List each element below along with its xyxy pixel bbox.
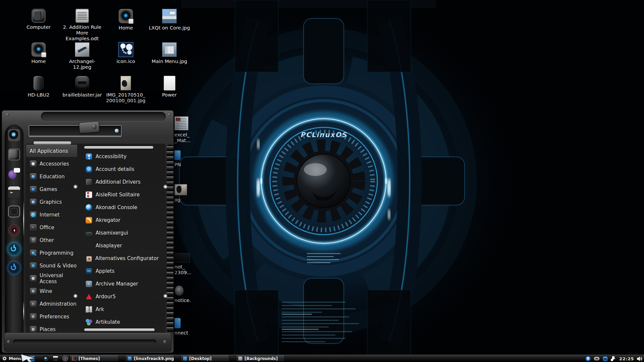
network-icon[interactable]	[611, 356, 616, 361]
menu-shortcut-icon[interactable]	[8, 224, 20, 236]
desktop-icon-label: Computer	[26, 24, 51, 30]
desktop-icon-label: Main Menu.jpg	[152, 59, 187, 64]
desktop-icon-image	[174, 150, 181, 160]
bluetooth-icon[interactable]	[586, 356, 591, 361]
desktop-icon-label: og	[174, 197, 197, 203]
menu-shortcut-icon[interactable]	[8, 148, 20, 161]
task-label: [Backgrounds]	[245, 356, 278, 361]
taskbar: Menu [Themes] [linuxfreack9.png] [Deskto…	[0, 355, 644, 362]
menu-category[interactable]: Wine	[26, 285, 77, 298]
menu-category[interactable]: Graphics	[26, 196, 77, 208]
desktop-icon-label: Archangel-12.jpeg	[60, 59, 104, 70]
category-label: Places	[40, 326, 56, 333]
menu-category[interactable]: Accessories	[26, 158, 77, 170]
desktop-icon-label: notice.	[174, 298, 197, 303]
app-icon	[86, 256, 92, 262]
menu-category[interactable]: Other	[26, 234, 77, 247]
volume-icon[interactable]	[637, 356, 643, 361]
menu-shortcut-icon[interactable]	[8, 167, 20, 179]
category-icon	[30, 275, 37, 282]
desktop-icon-partial[interactable]: not_ 2309...	[174, 253, 197, 276]
app-label: Applets	[96, 268, 114, 274]
menu-app-item[interactable]: Account details	[84, 163, 165, 176]
launcher-terminal-icon[interactable]	[53, 356, 58, 361]
desktop-icon[interactable]: IMG_20170510_ 200100_001.jpg	[104, 76, 148, 109]
app-label: Additional Drivers	[96, 179, 141, 185]
menu-shortcut-icon[interactable]	[8, 205, 20, 218]
menu-shortcut-icon[interactable]	[8, 129, 20, 142]
task-button[interactable]: [linuxfreack9.png]	[125, 355, 174, 362]
horizontal-scrollbar[interactable]	[84, 328, 155, 331]
desktop-icon[interactable]: LXQt on Core.jpg	[148, 9, 191, 42]
app-icon	[86, 204, 92, 211]
desktop-icon[interactable]: HD-LBU2	[17, 76, 60, 109]
menu-app-item[interactable]: Artikulate	[84, 316, 165, 328]
desktop-icon-label: Home	[32, 59, 46, 64]
desktop-icon-partial[interactable]: og	[174, 184, 197, 203]
desktop-icon-partial[interactable]: notice.	[174, 285, 197, 303]
desktop-icon-partial[interactable]: PN	[174, 150, 197, 168]
menu-app-item[interactable]: Accessibility	[84, 150, 165, 163]
task-button-list: [Themes] [linuxfreack9.png] [Desktop] [B…	[70, 355, 285, 362]
menu-app-item[interactable]: Alsaplayer	[84, 239, 165, 252]
desktop-icon[interactable]: 2. Addition Rule More Examples.odt	[60, 9, 104, 42]
category-label: Office	[40, 225, 54, 231]
desktop-icon-label: PN	[174, 162, 197, 168]
menu-shortcut-icon[interactable]	[8, 262, 20, 274]
task-label: [linuxfreack9.png]	[134, 356, 174, 361]
menu-app-item[interactable]: Alternatives Configurator	[84, 252, 165, 265]
menu-app-item[interactable]: Akregator	[84, 214, 165, 227]
desktop-icon[interactable]: Archangel-12.jpeg	[60, 42, 104, 76]
clock[interactable]: 22:25	[619, 356, 634, 361]
menu-category[interactable]: Administration	[26, 298, 77, 310]
desktop-icon[interactable]: Home	[104, 9, 148, 42]
app-label: Artikulate	[96, 319, 120, 325]
application-menu: All Applications Accessories Education G…	[1, 110, 174, 353]
menu-category[interactable]: Office	[26, 221, 77, 234]
menu-category[interactable]: Internet	[26, 208, 77, 221]
menu-app-item[interactable]: Ardour5	[84, 290, 165, 303]
task-button[interactable]: [Desktop]	[180, 355, 229, 362]
desktop-icon-partial[interactable]: nnect	[174, 318, 197, 336]
menu-app-item[interactable]: Applets	[84, 265, 165, 278]
gear-icon	[2, 356, 7, 361]
desktop-icon-label: icon.ico	[116, 59, 135, 64]
app-label: Archive Manager	[96, 281, 138, 287]
menu-category[interactable]: Education	[26, 170, 77, 183]
task-icon	[183, 356, 187, 361]
menu-category[interactable]: Sound & Video	[26, 259, 77, 272]
desktop-icon[interactable]: Home	[17, 42, 60, 76]
menu-app-item[interactable]: AisleRiot Solitaire	[84, 188, 165, 201]
tray-app-icon[interactable]	[603, 356, 608, 361]
desktop-icon[interactable]: Power	[148, 76, 191, 109]
menu-category[interactable]: All Applications	[26, 145, 77, 158]
desktop-icon-partial[interactable]: excel_ _Mat...	[174, 116, 197, 143]
app-icon	[86, 191, 92, 198]
app-icon	[86, 293, 92, 300]
menu-category[interactable]: Universal Access	[26, 272, 77, 285]
menu-category[interactable]: Games	[26, 183, 77, 196]
horizontal-scrollbar[interactable]	[84, 146, 153, 149]
task-button[interactable]: [Themes]	[70, 355, 119, 362]
category-label: Preferences	[40, 314, 69, 320]
menu-shortcut-icon[interactable]	[8, 186, 20, 199]
desktop-icon-image	[174, 253, 190, 262]
menu-app-item[interactable]: Additional Drivers	[84, 176, 165, 188]
menu-category[interactable]: Programming	[26, 247, 77, 259]
desktop-icon[interactable]: Computer	[17, 9, 60, 42]
search-globe-icon	[115, 129, 119, 133]
desktop-icon[interactable]: brailleblaster.jar	[60, 76, 104, 109]
desktop-icon[interactable]: icon.ico	[104, 42, 148, 76]
menu-app-item[interactable]: Alsamixergui	[84, 227, 165, 239]
desktop-icon-image	[174, 318, 181, 328]
clipboard-icon[interactable]	[594, 357, 600, 361]
menu-app-item[interactable]: Akonadi Console	[84, 201, 165, 214]
menu-category[interactable]: Preferences	[26, 310, 77, 323]
menu-app-item[interactable]: Ark	[84, 303, 165, 316]
task-button[interactable]: [Backgrounds]	[236, 355, 285, 362]
launcher-round-icon[interactable]	[62, 356, 68, 361]
menu-app-item[interactable]: Archive Manager	[84, 278, 165, 290]
desktop-icon[interactable]: Main Menu.jpg	[148, 42, 191, 76]
search-input[interactable]	[29, 126, 121, 136]
menu-shortcut-icon[interactable]	[8, 243, 20, 255]
